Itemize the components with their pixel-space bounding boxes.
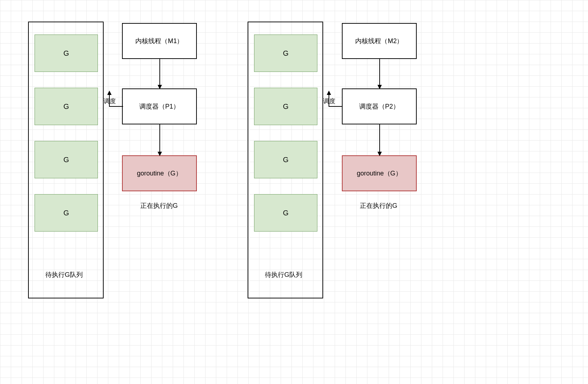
queue-label-left: 待执行G队列 (45, 270, 83, 279)
g-label: G (63, 49, 69, 58)
g-box: G (254, 35, 317, 72)
m2-box: 内核线程（M2） (342, 23, 417, 59)
g-box: G (254, 88, 317, 125)
g-label: G (63, 102, 69, 111)
svg-marker-6 (377, 85, 382, 89)
running-caption-right: 正在执行的G (360, 201, 397, 210)
schedule-label-right: 调度 (323, 97, 335, 105)
arrow-m1-p1 (157, 59, 163, 89)
m2-label: 内核线程（M2） (355, 37, 403, 45)
arrow-m2-p2 (377, 59, 383, 89)
svg-marker-9 (327, 91, 331, 95)
goroutine-box-right: goroutine（G） (342, 155, 417, 191)
arrow-p2-g (377, 124, 383, 156)
g-label: G (283, 49, 289, 58)
p1-label: 调度器（P1） (139, 102, 180, 111)
running-caption-left: 正在执行的G (140, 201, 178, 210)
g-box: G (35, 194, 98, 232)
m1-box: 内核线程（M1） (122, 23, 197, 59)
g-label: G (283, 156, 289, 164)
p2-box: 调度器（P2） (342, 88, 417, 124)
g-label: G (63, 156, 69, 164)
diagram-canvas: G G G G 待执行G队列 内核线程（M1） 调度器（P1） goroutin… (0, 0, 588, 384)
schedule-label-left: 调度 (104, 97, 116, 105)
g-box: G (254, 194, 317, 232)
goroutine-label: goroutine（G） (357, 169, 402, 178)
p2-label: 调度器（P2） (359, 102, 399, 111)
goroutine-box-left: goroutine（G） (122, 155, 197, 191)
svg-marker-3 (158, 152, 162, 156)
svg-marker-1 (158, 85, 162, 89)
g-label: G (63, 209, 69, 217)
g-label: G (283, 102, 289, 111)
g-box: G (35, 141, 98, 178)
g-box: G (35, 35, 98, 72)
g-label: G (283, 209, 289, 217)
svg-marker-4 (107, 91, 112, 95)
goroutine-label: goroutine（G） (137, 169, 182, 178)
svg-marker-8 (377, 152, 382, 156)
queue-label-right: 待执行G队列 (265, 270, 302, 279)
p1-box: 调度器（P1） (122, 88, 197, 124)
g-box: G (254, 141, 317, 178)
m1-label: 内核线程（M1） (135, 37, 183, 45)
g-box: G (35, 88, 98, 125)
arrow-p1-g (157, 124, 163, 156)
